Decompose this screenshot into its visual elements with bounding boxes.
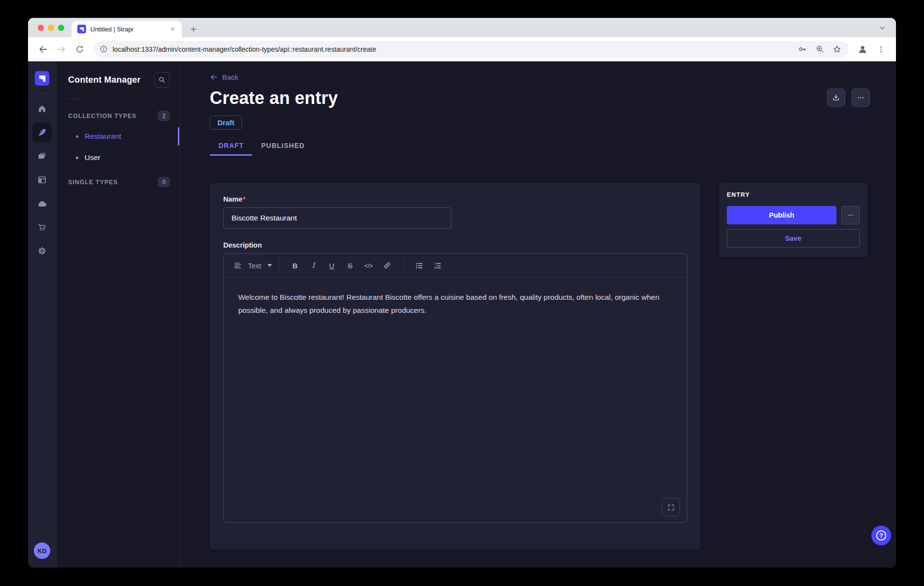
nav-media-library-icon[interactable] [32,146,52,166]
forward-nav-icon[interactable] [53,41,70,58]
collection-types-count-badge: 2 [158,111,170,121]
entry-panel: ENTRY Publish Save [719,183,867,257]
nav-home-icon[interactable] [32,99,52,118]
strapi-app: KD Content Manager COLLECTION TYPES 2 Re… [28,61,896,568]
svg-text:2: 2 [434,266,436,269]
entry-panel-title: ENTRY [727,191,860,198]
editor-toolbar: Text B I U S </> [224,254,687,278]
question-mark-icon: ? [876,530,886,541]
subnav-divider [68,99,80,99]
editor-content[interactable]: Welcome to Biscotte restaurant! Restaura… [224,278,687,330]
nav-cloud-icon[interactable] [32,194,52,213]
code-button[interactable]: </> [361,257,377,274]
bullet-icon [76,157,78,159]
entry-form-card: Name* Description Text B [210,183,701,550]
link-button[interactable] [379,257,395,274]
bullet-icon [76,135,78,138]
active-item-indicator [178,127,179,146]
nav-settings-gear-icon[interactable] [32,241,52,261]
profile-avatar-icon[interactable] [854,41,871,58]
subnav-title: Content Manager [68,75,141,85]
search-button[interactable] [154,72,170,88]
tab-title: Untitled | Strapi [90,26,168,33]
required-asterisk: * [243,195,246,203]
collection-types-label: COLLECTION TYPES [68,113,137,119]
url-bar[interactable]: localhost:1337/admin/content-manager/col… [94,41,849,58]
numbered-list-button[interactable]: 12 [430,257,446,274]
url-text[interactable]: localhost:1337/admin/content-manager/col… [113,45,790,53]
nav-content-type-builder-icon[interactable] [32,170,52,190]
bold-button[interactable]: B [287,257,303,274]
bookmark-star-icon[interactable] [832,44,842,54]
underline-button[interactable]: U [324,257,340,274]
zoom-in-icon[interactable] [815,44,824,54]
site-info-icon[interactable] [100,45,108,53]
rich-text-editor: Text B I U S </> [223,253,687,523]
export-download-button[interactable] [827,88,845,107]
tab-strip: Untitled | Strapi [28,18,896,37]
toolbar-separator [279,259,279,272]
help-button[interactable]: ? [871,526,891,545]
strapi-favicon-icon [77,25,86,33]
subnav-item-label: User [85,153,101,162]
tab-search-chevron-icon[interactable] [876,21,889,35]
single-types-count-badge: 0 [158,177,170,187]
publish-button[interactable]: Publish [727,206,837,224]
browser-menu-dots-icon[interactable] [873,41,889,58]
reload-icon[interactable] [72,41,88,58]
block-type-dropdown[interactable]: Text [233,261,272,270]
close-window-button[interactable] [38,25,44,31]
entry-more-options-button[interactable] [841,206,860,224]
save-button[interactable]: Save [727,229,860,248]
svg-text:1: 1 [434,262,436,265]
strikethrough-button[interactable]: S [342,257,359,274]
tab-published[interactable]: PUBLISHED [252,142,313,156]
name-field-label: Name* [223,195,687,203]
main-nav-rail: KD [28,61,57,568]
italic-button[interactable]: I [305,257,322,274]
block-type-label: Text [248,262,261,270]
subnav-item-user[interactable]: User [57,147,179,168]
rail-divider [33,94,51,94]
password-key-icon[interactable] [797,44,808,54]
new-tab-button[interactable] [187,22,200,36]
expand-editor-button[interactable] [662,498,680,516]
main-content: Back Create an entry Draft DRAFT PUBLISH… [180,61,896,568]
status-badge: Draft [210,116,242,130]
name-input[interactable] [223,207,451,229]
minimize-window-button[interactable] [48,25,54,31]
subnav-item-label: Restaurant [85,132,121,141]
toolbar-separator [403,259,404,272]
browser-window: Untitled | Strapi localhost:1337/admin [28,18,896,568]
user-avatar[interactable]: KD [34,542,50,559]
nav-content-manager-feather-icon[interactable] [32,123,52,142]
description-field-label: Description [223,241,687,249]
tab-draft[interactable]: DRAFT [210,142,252,156]
bulleted-list-button[interactable] [411,257,428,274]
back-link[interactable]: Back [210,73,896,81]
back-nav-icon[interactable] [35,41,51,58]
chevron-down-icon [267,264,272,267]
paragraph-icon [233,261,242,270]
tab-close-icon[interactable] [168,25,177,33]
strapi-logo-icon[interactable] [35,71,49,86]
arrow-left-icon [210,73,218,81]
single-types-label: SINGLE TYPES [68,179,118,186]
browser-tab[interactable]: Untitled | Strapi [72,21,182,37]
content-manager-subnav: Content Manager COLLECTION TYPES 2 Resta… [57,61,180,568]
draft-published-tabs: DRAFT PUBLISHED [210,142,896,156]
fullscreen-window-button[interactable] [58,25,64,31]
subnav-item-restaurant[interactable]: Restaurant [57,126,179,147]
page-title: Create an entry [210,88,896,108]
nav-marketplace-cart-icon[interactable] [32,218,52,237]
window-controls [38,25,64,31]
header-more-options-button[interactable] [852,88,870,107]
back-label: Back [222,73,238,81]
browser-toolbar: localhost:1337/admin/content-manager/col… [28,37,896,61]
